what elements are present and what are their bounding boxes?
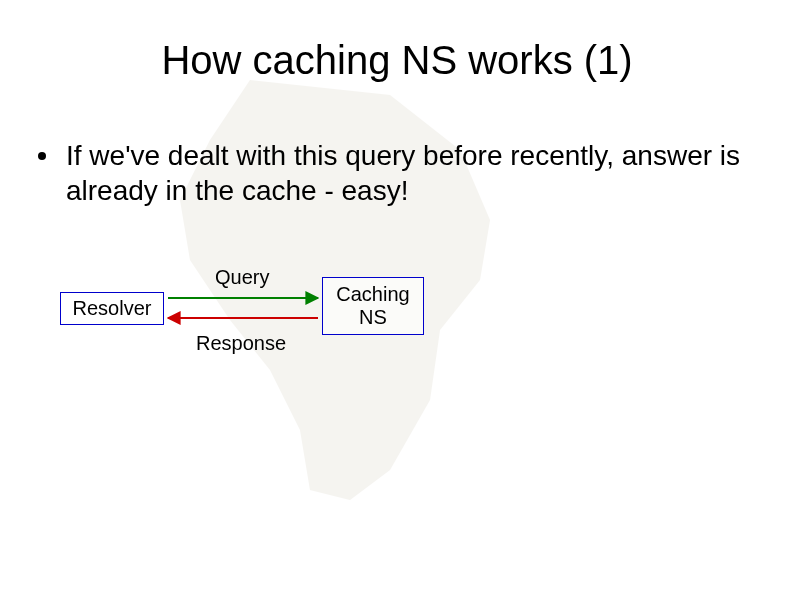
bullet-text: If we've dealt with this query before re…	[66, 138, 758, 208]
bullet-item: If we've dealt with this query before re…	[38, 138, 758, 208]
diagram-arrows	[60, 270, 460, 390]
caching-diagram: Resolver CachingNS Query Response	[60, 270, 460, 390]
bullet-dot-icon	[38, 152, 46, 160]
slide-title: How caching NS works (1)	[0, 38, 794, 83]
